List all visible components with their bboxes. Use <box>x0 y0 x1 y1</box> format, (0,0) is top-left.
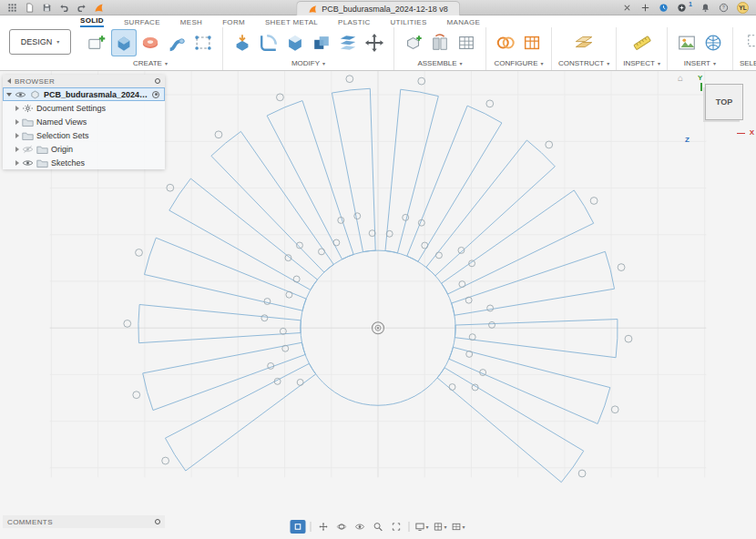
titlebar: PCB_budurasmala_2024-12-18 v8 1 ? YL <box>0 0 756 15</box>
group-label-insert[interactable]: INSERT▾ <box>684 58 716 70</box>
group-label-create[interactable]: CREATE▾ <box>133 58 168 70</box>
comments-options-icon[interactable] <box>155 519 160 524</box>
browser-item-label: Document Settings <box>36 104 106 113</box>
undo-icon[interactable] <box>59 3 69 13</box>
new-component-icon[interactable] <box>401 29 426 56</box>
chevron-down-icon: ▾ <box>322 61 325 66</box>
browser-item-sketches[interactable]: Sketches <box>3 156 165 169</box>
redo-icon[interactable] <box>77 3 87 13</box>
group-label-select[interactable]: SELECT▾ <box>740 58 756 70</box>
revolve-icon[interactable] <box>138 29 163 56</box>
tab-surface[interactable]: SURFACE <box>124 18 160 27</box>
apps-grid-icon[interactable] <box>7 3 17 13</box>
viewcube-top-face[interactable]: TOP <box>705 84 743 120</box>
eye-off-icon[interactable] <box>22 145 34 154</box>
new-tab-button[interactable] <box>640 3 650 13</box>
expand-closed-icon[interactable] <box>15 160 19 166</box>
pan-icon[interactable] <box>316 520 332 534</box>
insert-mesh-icon[interactable] <box>700 29 726 56</box>
panel-options-icon[interactable] <box>155 78 160 84</box>
orbit-icon[interactable] <box>334 520 350 534</box>
job-status-icon[interactable] <box>659 3 669 13</box>
tab-utilities[interactable]: UTILITIES <box>391 18 427 27</box>
view-mode-icon[interactable] <box>291 520 306 534</box>
view-cube[interactable]: ⌂ TOP Y X Z <box>692 84 743 135</box>
visibility-eye-icon[interactable] <box>15 90 26 99</box>
insert-canvas-icon[interactable] <box>674 29 700 56</box>
activate-component-radio[interactable] <box>152 91 159 98</box>
close-tab-button[interactable] <box>622 3 632 13</box>
tab-form[interactable]: FORM <box>222 18 245 27</box>
svg-text:?: ? <box>722 5 725 10</box>
group-label-inspect[interactable]: INSPECT▾ <box>623 58 660 70</box>
extrude-icon[interactable] <box>111 29 137 56</box>
document-tab-title: PCB_budurasmala_2024-12-18 v8 <box>322 5 448 14</box>
group-label-assemble[interactable]: ASSEMBLE▾ <box>417 58 462 70</box>
browser-header[interactable]: BROWSER <box>3 75 165 87</box>
gear-icon <box>22 104 34 113</box>
combine-icon[interactable] <box>309 29 334 56</box>
group-label-configure[interactable]: CONFIGURE▾ <box>494 58 543 70</box>
construct-plane-icon[interactable] <box>571 29 597 56</box>
joint-icon[interactable] <box>427 29 453 56</box>
group-label-construct[interactable]: CONSTRUCT▾ <box>558 58 609 70</box>
zoom-icon[interactable] <box>371 520 386 534</box>
look-at-icon[interactable] <box>352 520 368 534</box>
configuration-icon[interactable] <box>493 29 518 56</box>
save-icon[interactable] <box>42 3 52 13</box>
measure-icon[interactable] <box>629 29 655 56</box>
expand-closed-icon[interactable] <box>15 147 19 152</box>
tab-sheet-metal[interactable]: SHEET METAL <box>265 18 318 27</box>
tab-manage[interactable]: MANAGE <box>447 18 480 27</box>
configuration-table-icon[interactable] <box>519 29 545 56</box>
press-pull-icon[interactable] <box>230 29 255 56</box>
browser-item-document-settings[interactable]: Document Settings <box>3 101 165 115</box>
viewcube-face-label: TOP <box>716 97 732 107</box>
home-icon[interactable]: ⌂ <box>678 73 683 83</box>
expand-closed-icon[interactable] <box>15 133 19 138</box>
create-sketch-icon[interactable] <box>85 29 110 56</box>
chevron-down-icon: ▾ <box>607 61 609 66</box>
navbar-divider <box>311 522 312 532</box>
chevron-down-icon: ▾ <box>165 61 168 66</box>
chevron-down-icon: ▾ <box>425 524 428 530</box>
pattern-icon[interactable] <box>190 29 216 56</box>
user-avatar[interactable]: YL <box>737 2 749 14</box>
expand-closed-icon[interactable] <box>15 106 19 111</box>
ribbon-toolbar: DESIGN ▾ SOLIDSURFACEMESHFORMSHEET METAL… <box>0 15 756 71</box>
browser-item-named-views[interactable]: Named Views <box>3 115 165 128</box>
sweep-icon[interactable] <box>164 29 189 56</box>
navigation-bar: ▾▾▾ <box>291 520 466 534</box>
group-create: CREATE▾ <box>78 27 223 70</box>
viewports-icon[interactable]: ▾ <box>451 520 466 534</box>
display-settings-icon[interactable]: ▾ <box>414 520 430 534</box>
titlebar-right: 1 ? YL <box>622 2 749 14</box>
move-icon[interactable] <box>362 29 387 56</box>
help-icon[interactable]: ? <box>719 3 729 13</box>
select-icon[interactable] <box>743 29 756 56</box>
fit-icon[interactable] <box>389 520 404 534</box>
group-label-modify[interactable]: MODIFY▾ <box>291 58 325 70</box>
shell-icon[interactable] <box>282 29 308 56</box>
document-tab[interactable]: PCB_budurasmala_2024-12-18 v8 <box>296 1 460 15</box>
expand-closed-icon[interactable] <box>15 119 19 125</box>
collapse-panel-icon[interactable] <box>7 78 11 84</box>
browser-item-origin[interactable]: Origin <box>3 142 165 156</box>
fillet-icon[interactable] <box>256 29 281 56</box>
offset-face-icon[interactable] <box>335 29 361 56</box>
file-menu-icon[interactable] <box>25 3 35 13</box>
browser-item-selection-sets[interactable]: Selection Sets <box>3 128 165 142</box>
expand-open-icon[interactable] <box>6 93 12 97</box>
eye-icon[interactable] <box>22 158 34 168</box>
grid-settings-icon[interactable]: ▾ <box>433 520 448 534</box>
browser-root-row[interactable]: PCB_budurasmala_2024-12... <box>3 87 165 101</box>
design-dropdown[interactable]: DESIGN ▾ <box>9 29 71 55</box>
tab-solid[interactable]: SOLID <box>80 16 104 27</box>
group-construct: CONSTRUCT▾ <box>552 27 617 70</box>
comments-header[interactable]: COMMENTS <box>3 515 165 528</box>
extensions-icon[interactable] <box>677 3 687 13</box>
tab-plastic[interactable]: PLASTIC <box>338 18 370 27</box>
notifications-bell-icon[interactable] <box>700 3 710 13</box>
tab-mesh[interactable]: MESH <box>180 18 202 27</box>
rigid-group-icon[interactable] <box>454 29 479 56</box>
